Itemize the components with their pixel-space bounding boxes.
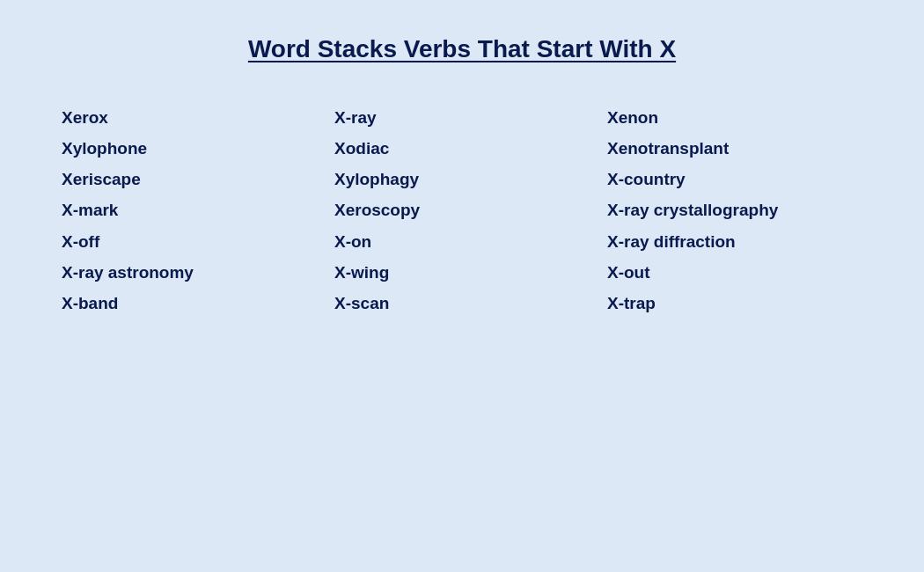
list-item: Xenotransplant <box>607 133 862 164</box>
word-column-2: X-rayXodiacXylophagyXeroscopyX-onX-wingX… <box>326 102 598 319</box>
list-item: X-ray diffraction <box>607 226 862 257</box>
list-item: X-on <box>334 226 590 257</box>
list-item: Xeriscape <box>62 164 317 194</box>
list-item: Xeroscopy <box>334 194 590 225</box>
list-item: X-scan <box>334 288 590 319</box>
list-item: X-wing <box>334 257 590 288</box>
word-grid: XeroxXylophoneXeriscapeX-markX-offX-ray … <box>53 102 871 319</box>
list-item: X-out <box>607 257 862 288</box>
list-item: Xerox <box>62 102 317 133</box>
list-item: X-ray astronomy <box>62 257 317 288</box>
list-item: Xenon <box>607 102 862 133</box>
list-item: Xylophagy <box>334 164 590 194</box>
list-item: X-band <box>62 288 317 319</box>
word-column-1: XeroxXylophoneXeriscapeX-markX-offX-ray … <box>53 102 326 319</box>
title-section: Word Stacks Verbs That Start With X <box>248 35 676 67</box>
list-item: X-country <box>607 164 862 194</box>
word-column-3: XenonXenotransplantX-countryX-ray crysta… <box>598 102 871 319</box>
page-title: Word Stacks Verbs That Start With X <box>248 35 676 63</box>
list-item: Xodiac <box>334 133 590 164</box>
list-item: X-off <box>62 226 317 257</box>
list-item: X-mark <box>62 194 317 225</box>
list-item: Xylophone <box>62 133 317 164</box>
list-item: X-trap <box>607 288 862 319</box>
list-item: X-ray <box>334 102 590 133</box>
list-item: X-ray crystallography <box>607 194 862 225</box>
